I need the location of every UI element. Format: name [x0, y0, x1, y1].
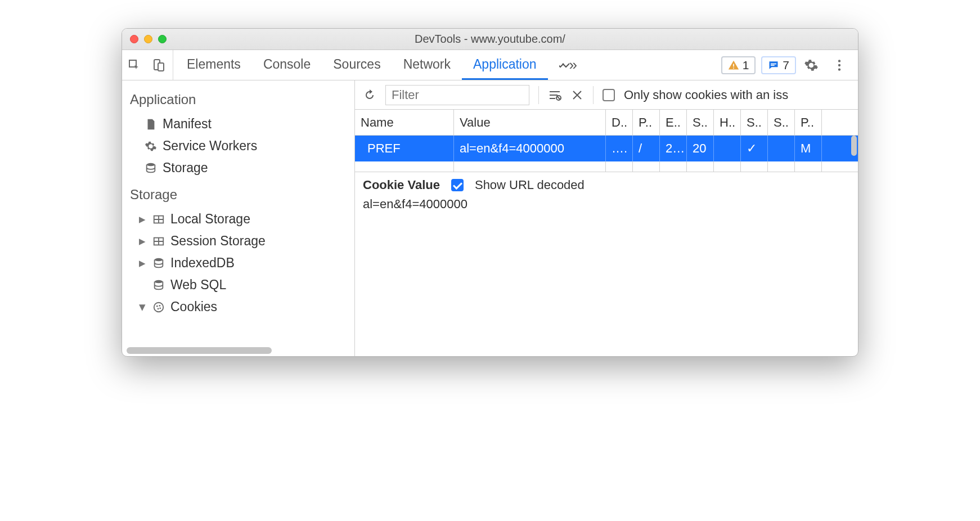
svg-point-15 [156, 305, 158, 307]
devtools-window: DevTools - www.youtube.com/ Elements Con… [122, 28, 858, 357]
col-secure[interactable]: S.. [741, 110, 768, 135]
inspect-icon[interactable] [128, 59, 141, 72]
tab-elements[interactable]: Elements [176, 50, 252, 80]
sidebar-item-indexeddb[interactable]: ▸ IndexedDB [122, 252, 354, 274]
file-icon [145, 118, 157, 131]
cell-path: / [633, 136, 660, 161]
col-samesite[interactable]: S.. [768, 110, 795, 135]
col-value[interactable]: Value [454, 110, 606, 135]
more-tabs-button[interactable]: » [550, 56, 586, 74]
sidebar-scrollbar[interactable] [127, 347, 350, 354]
window-title: DevTools - www.youtube.com/ [122, 33, 858, 46]
minimize-window-button[interactable] [144, 35, 152, 43]
only-issue-checkbox[interactable] [603, 89, 615, 101]
col-name[interactable]: Name [355, 110, 454, 135]
cell-secure: ✓ [741, 136, 768, 161]
sidebar-section-storage: Storage [122, 179, 354, 208]
sidebar-section-application: Application [122, 84, 354, 113]
col-domain[interactable]: D.. [606, 110, 633, 135]
col-path[interactable]: P.. [633, 110, 660, 135]
sidebar-item-local-storage[interactable]: ▸ Local Storage [122, 208, 354, 230]
col-expires[interactable]: E.. [660, 110, 687, 135]
tab-application[interactable]: Application [462, 50, 548, 80]
svg-point-8 [838, 68, 840, 70]
table-scrollbar[interactable] [851, 136, 857, 156]
close-window-button[interactable] [130, 35, 138, 43]
only-issue-label: Only show cookies with an iss [624, 88, 788, 102]
cell-domain: …. [606, 136, 633, 161]
db-icon [152, 279, 165, 291]
clear-filtered-icon[interactable] [548, 88, 561, 102]
col-httponly[interactable]: H.. [714, 110, 741, 135]
svg-point-18 [159, 307, 161, 309]
grid-icon [152, 235, 165, 248]
refresh-icon[interactable] [363, 88, 376, 102]
sidebar-item-websql[interactable]: Web SQL [122, 274, 354, 296]
devtools-toolbar: Elements Console Sources Network Applica… [122, 50, 858, 80]
svg-rect-4 [771, 63, 776, 64]
tab-sources[interactable]: Sources [322, 50, 392, 80]
decode-checkbox[interactable] [451, 179, 464, 191]
sidebar-item-label: Service Workers [163, 138, 257, 154]
sidebar-item-service-workers[interactable]: Service Workers [122, 135, 354, 157]
sidebar-item-label: Cookies [170, 299, 217, 315]
caret-icon: ▸ [138, 255, 147, 271]
sidebar-item-session-storage[interactable]: ▸ Session Storage [122, 230, 354, 252]
sidebar-item-label: Storage [163, 160, 208, 176]
cookies-toolbar: Only show cookies with an iss [355, 80, 858, 110]
cookies-table-header: Name Value D.. P.. E.. S.. H.. S.. S.. P… [355, 110, 858, 136]
caret-icon: ▾ [138, 299, 147, 315]
gear-icon [145, 140, 157, 152]
svg-point-16 [159, 304, 160, 306]
svg-point-7 [838, 64, 840, 66]
svg-point-14 [154, 302, 164, 312]
caret-icon: ▸ [138, 233, 147, 249]
cookie-detail: Cookie Value Show URL decoded al=en&f4=4… [355, 172, 858, 217]
cell-samesite [768, 136, 795, 161]
divider [538, 86, 539, 104]
more-menu-icon[interactable] [832, 58, 847, 73]
sidebar-item-label: Session Storage [170, 233, 266, 249]
decoded-value: al=en&f4=4000000 [363, 197, 850, 212]
svg-point-17 [158, 308, 159, 309]
db-icon [152, 257, 165, 270]
tab-console[interactable]: Console [252, 50, 322, 80]
sidebar-item-manifest[interactable]: Manifest [122, 113, 354, 135]
col-size[interactable]: S.. [687, 110, 714, 135]
maximize-window-button[interactable] [158, 35, 167, 43]
window-controls [122, 35, 167, 43]
cell-value: al=en&f4=4000000 [454, 136, 606, 161]
svg-rect-2 [733, 64, 734, 66]
svg-point-12 [155, 258, 163, 261]
sidebar-item-label: Manifest [163, 116, 212, 132]
divider [593, 86, 594, 104]
sidebar-item-cookies[interactable]: ▾ Cookies [122, 296, 354, 318]
svg-point-6 [838, 60, 840, 62]
warnings-badge[interactable]: 1 [721, 56, 756, 74]
caret-icon: ▸ [138, 212, 147, 227]
cell-expires: 2… [660, 136, 687, 161]
filter-input[interactable] [385, 85, 529, 105]
messages-badge[interactable]: 7 [761, 56, 796, 74]
clear-icon[interactable] [570, 88, 584, 102]
sidebar-item-storage[interactable]: Storage [122, 157, 354, 179]
cookies-table-body: PREF al=en&f4=4000000 …. / 2… 20 ✓ M [355, 136, 858, 172]
decode-label: Show URL decoded [475, 178, 585, 192]
cell-size: 20 [687, 136, 714, 161]
grid-icon [152, 213, 165, 226]
cookies-panel: Only show cookies with an iss Name Value… [355, 80, 858, 356]
sidebar-item-label: Local Storage [170, 212, 250, 227]
device-toggle-icon[interactable] [151, 59, 165, 72]
settings-icon[interactable] [804, 58, 819, 73]
sidebar-item-label: Web SQL [170, 277, 226, 293]
tab-network[interactable]: Network [392, 50, 462, 80]
table-row[interactable]: PREF al=en&f4=4000000 …. / 2… 20 ✓ M [355, 136, 858, 161]
sidebar-item-label: IndexedDB [170, 255, 235, 271]
col-priority[interactable]: P.. [795, 110, 822, 135]
db-icon [145, 162, 157, 174]
svg-point-13 [155, 280, 163, 283]
warnings-count: 1 [743, 59, 749, 72]
titlebar: DevTools - www.youtube.com/ [122, 29, 858, 50]
cookie-icon [152, 301, 165, 313]
application-sidebar: Application Manifest Service Workers Sto… [122, 80, 355, 356]
